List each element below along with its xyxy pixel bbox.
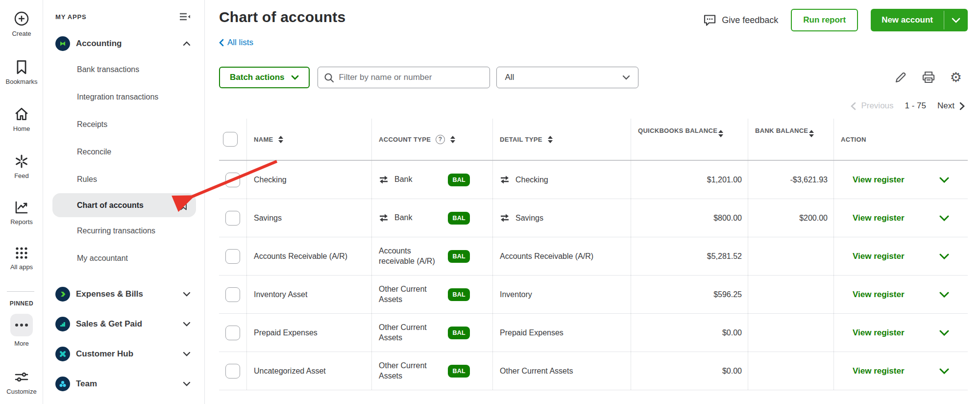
batch-actions-label: Batch actions	[230, 73, 284, 82]
column-header-name[interactable]: NAME	[254, 136, 273, 143]
collapse-panel-icon[interactable]	[179, 12, 191, 22]
sidebar-item-recurring-transactions[interactable]: Recurring transactions	[43, 217, 204, 245]
new-account-split-button: New account	[871, 9, 968, 31]
settings-gear-icon[interactable]: ⚙	[950, 71, 962, 84]
sidebar-item-rules[interactable]: Rules	[43, 166, 204, 193]
row-action-chevron-icon[interactable]	[939, 368, 949, 374]
sidebar-group-label: Customer Hub	[76, 349, 133, 359]
sidebar-item-chart-of-accounts[interactable]: Chart of accounts	[52, 193, 196, 217]
chevron-down-icon	[183, 322, 191, 327]
rail-label: Create	[12, 30, 31, 37]
bank-balance: -$3,621.93	[790, 176, 828, 184]
rail-item-create[interactable]: Create	[0, 11, 43, 37]
row-action-chevron-icon[interactable]	[939, 330, 949, 336]
bal-badge: BAL	[448, 212, 470, 225]
detail-type: Accounts Receivable (A/R)	[500, 252, 593, 261]
run-report-button[interactable]: Run report	[791, 9, 858, 31]
chevron-down-icon	[183, 352, 191, 356]
more-icon	[10, 314, 33, 336]
row-checkbox[interactable]	[225, 249, 240, 264]
sidebar-item-reconcile[interactable]: Reconcile	[43, 138, 204, 166]
rail-item-home[interactable]: Home	[0, 107, 43, 132]
sort-icon[interactable]	[548, 136, 553, 143]
give-feedback-button[interactable]: Give feedback	[703, 14, 778, 26]
bal-badge: BAL	[448, 365, 470, 378]
row-action-chevron-icon[interactable]	[939, 253, 949, 259]
view-register-link[interactable]: View register	[853, 213, 905, 223]
column-header-detail-type[interactable]: DETAIL TYPE	[500, 136, 542, 143]
row-checkbox[interactable]	[225, 173, 240, 187]
row-action-chevron-icon[interactable]	[939, 177, 949, 183]
new-account-dropdown-button[interactable]	[944, 9, 968, 31]
view-register-link[interactable]: View register	[853, 328, 905, 338]
chart-of-accounts-table: NAME ACCOUNT TYPE? DETAIL TYPE QUICKBOOK…	[219, 119, 968, 390]
my-apps-heading: MY APPS	[55, 13, 86, 21]
edit-pencil-icon[interactable]	[894, 71, 907, 84]
account-type: Other Current Assets	[379, 361, 448, 381]
sort-icon[interactable]	[278, 136, 283, 143]
filter-input[interactable]	[339, 73, 484, 82]
print-icon[interactable]	[922, 71, 935, 84]
sort-icon[interactable]	[718, 130, 723, 137]
quickbooks-balance: $1,201.00	[707, 176, 742, 184]
view-register-link[interactable]: View register	[853, 366, 905, 376]
account-name: Accounts Receivable (A/R)	[254, 252, 347, 261]
table-row: Checking Bank BAL Checking $1,201.00 -$3…	[219, 161, 968, 199]
sidebar-group-accounting[interactable]: Accounting	[43, 35, 204, 52]
row-action-chevron-icon[interactable]	[939, 292, 949, 298]
select-all-checkbox[interactable]	[223, 132, 238, 147]
chevron-down-icon	[183, 381, 191, 386]
batch-actions-button[interactable]: Batch actions	[219, 67, 310, 88]
sort-icon[interactable]	[809, 130, 814, 137]
rail-label: Customize	[6, 388, 36, 395]
help-icon[interactable]: ?	[436, 135, 445, 144]
rail-label: All apps	[10, 263, 33, 271]
account-name: Savings	[254, 214, 282, 223]
row-checkbox[interactable]	[225, 364, 240, 379]
sidebar-group-sales-get-paid[interactable]: Sales & Get Paid	[43, 309, 204, 339]
sidebar-item-receipts[interactable]: Receipts	[43, 111, 204, 138]
transfer-arrows-icon	[500, 214, 510, 222]
view-register-link[interactable]: View register	[853, 290, 905, 300]
new-account-button[interactable]: New account	[871, 9, 944, 31]
account-type-filter-select[interactable]: All	[496, 67, 638, 88]
sidebar-item-integration-transactions[interactable]: Integration transactions	[43, 83, 204, 111]
rail-item-reports[interactable]: Reports	[0, 200, 43, 226]
column-header-bank-balance[interactable]: BANK BALANCE	[755, 127, 808, 134]
rail-item-all-apps[interactable]: All apps	[0, 246, 43, 271]
chevron-left-icon	[851, 102, 856, 110]
main-content: Chart of accounts Give feedback Run repo…	[205, 0, 980, 404]
back-link-label: All lists	[227, 38, 253, 48]
rail-item-customize[interactable]: Customize	[0, 370, 43, 395]
quickbooks-balance: $0.00	[722, 328, 742, 337]
sidebar-item-bank-transactions[interactable]: Bank transactions	[43, 56, 204, 83]
row-checkbox[interactable]	[225, 326, 240, 340]
all-lists-back-link[interactable]: All lists	[219, 38, 253, 48]
sidebar-group-customer-hub[interactable]: Customer Hub	[43, 339, 204, 369]
column-header-quickbooks-balance[interactable]: QUICKBOOKS BALANCE	[638, 127, 717, 134]
rail-item-feed[interactable]: Feed	[0, 154, 43, 179]
rail-item-bookmarks[interactable]: Bookmarks	[0, 60, 43, 85]
view-register-link[interactable]: View register	[853, 252, 905, 261]
feed-icon	[14, 154, 29, 169]
pagination-next-button[interactable]: Next	[937, 101, 965, 111]
row-checkbox[interactable]	[225, 287, 240, 302]
rail-item-more[interactable]: More	[0, 314, 43, 347]
quickbooks-balance: $596.25	[713, 290, 742, 299]
row-checkbox[interactable]	[225, 211, 240, 226]
rail-label: More	[14, 340, 29, 347]
row-action-chevron-icon[interactable]	[939, 215, 949, 221]
column-header-account-type[interactable]: ACCOUNT TYPE	[379, 136, 431, 143]
chevron-down-icon	[183, 292, 191, 297]
sidebar-item-my-accountant[interactable]: My accountant	[43, 245, 204, 272]
pagination-previous-button[interactable]: Previous	[851, 101, 893, 111]
my-apps-sidebar: MY APPS Accounting Bank transactions Int…	[43, 0, 205, 404]
sidebar-group-team[interactable]: Team	[43, 369, 204, 399]
sidebar-group-expenses-bills[interactable]: Expenses & Bills	[43, 279, 204, 309]
bookmark-icon[interactable]	[180, 201, 187, 210]
view-register-link[interactable]: View register	[853, 175, 905, 185]
sort-icon[interactable]	[450, 136, 455, 143]
team-app-icon	[55, 377, 70, 391]
sidebar-group-label: Expenses & Bills	[76, 289, 143, 299]
account-type: Other Current Assets	[379, 284, 448, 305]
